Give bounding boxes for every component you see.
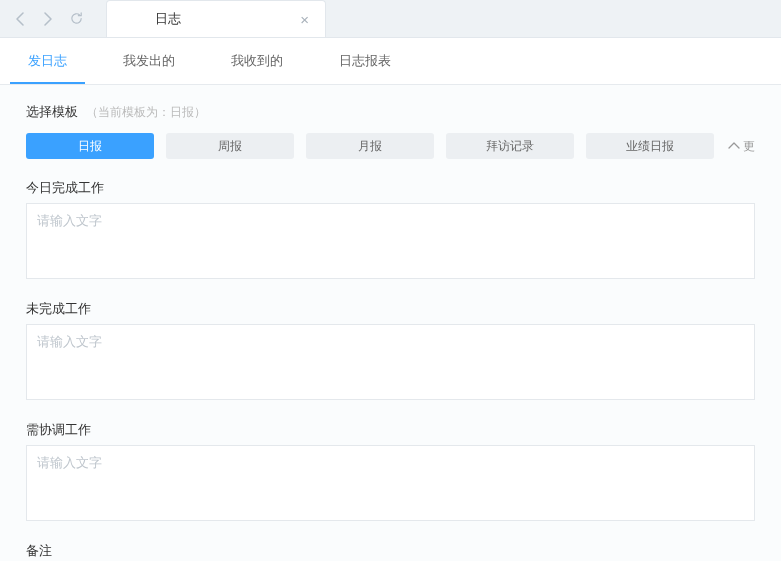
- pill-monthly[interactable]: 月报: [306, 133, 434, 159]
- input-need-coord[interactable]: [26, 445, 755, 521]
- label-remark: 备注: [26, 542, 755, 560]
- pill-visit[interactable]: 拜访记录: [446, 133, 574, 159]
- tab-close-icon[interactable]: ×: [296, 11, 313, 28]
- label-need-coord: 需协调工作: [26, 421, 755, 439]
- tab-log[interactable]: 日志 ×: [106, 0, 326, 37]
- template-label-row: 选择模板 （当前模板为：日报）: [26, 103, 755, 121]
- nav-tabs: 发日志 我发出的 我收到的 日志报表: [0, 38, 781, 85]
- pill-performance[interactable]: 业绩日报: [586, 133, 714, 159]
- template-label: 选择模板: [26, 104, 78, 119]
- chrome-nav: [0, 0, 96, 37]
- label-unfinished: 未完成工作: [26, 300, 755, 318]
- pill-weekly[interactable]: 周报: [166, 133, 294, 159]
- field-unfinished: 未完成工作: [26, 300, 755, 403]
- input-unfinished[interactable]: [26, 324, 755, 400]
- pill-daily[interactable]: 日报: [26, 133, 154, 159]
- forward-button[interactable]: [38, 9, 58, 29]
- tab-title: 日志: [155, 10, 181, 28]
- expand-toggle[interactable]: 更: [728, 138, 755, 155]
- input-today-done[interactable]: [26, 203, 755, 279]
- chevron-up-icon: [728, 142, 740, 150]
- nav-report[interactable]: 日志报表: [321, 38, 409, 84]
- back-button[interactable]: [10, 9, 30, 29]
- window-chrome: 日志 ×: [0, 0, 781, 38]
- label-today-done: 今日完成工作: [26, 179, 755, 197]
- field-remark: 备注: [26, 542, 755, 561]
- field-need-coord: 需协调工作: [26, 421, 755, 524]
- template-pills: 日报 周报 月报 拜访记录 业绩日报 更: [26, 133, 755, 159]
- nav-received[interactable]: 我收到的: [213, 38, 301, 84]
- expand-label: 更: [743, 138, 755, 155]
- nav-send-log[interactable]: 发日志: [10, 38, 85, 84]
- nav-sent[interactable]: 我发出的: [105, 38, 193, 84]
- refresh-button[interactable]: [66, 9, 86, 29]
- template-hint: （当前模板为：日报）: [86, 105, 206, 119]
- field-today-done: 今日完成工作: [26, 179, 755, 282]
- content-area: 选择模板 （当前模板为：日报） 日报 周报 月报 拜访记录 业绩日报 更 今日完…: [0, 85, 781, 561]
